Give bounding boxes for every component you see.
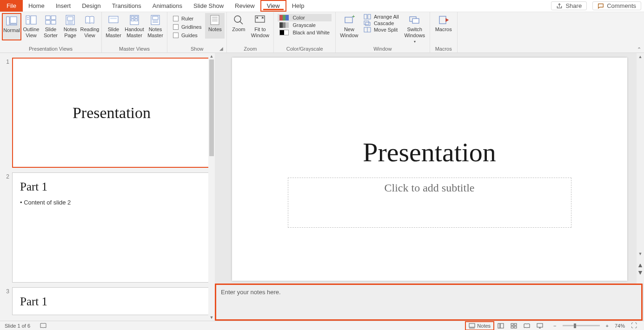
tab-slideshow[interactable]: Slide Show: [188, 0, 229, 12]
notes-master-icon: [149, 14, 161, 26]
tab-insert[interactable]: Insert: [50, 0, 77, 12]
fit-to-window-icon: [254, 14, 266, 26]
tab-help[interactable]: Help: [286, 0, 310, 12]
tab-file[interactable]: File: [0, 0, 23, 12]
slide-master-button[interactable]: Slide Master: [104, 13, 123, 39]
svg-rect-49: [511, 323, 513, 325]
notes-pane[interactable]: Enter your notes here.: [215, 284, 643, 321]
svg-line-32: [240, 21, 243, 24]
switch-windows-icon: [409, 14, 421, 26]
svg-rect-52: [514, 326, 517, 328]
editor-scrollbar[interactable]: ▲ ▼ ⯅ ⯆: [637, 53, 644, 284]
ruler-checkbox[interactable]: Ruler: [173, 16, 201, 21]
move-split-button[interactable]: Move Split: [364, 27, 399, 33]
spellcheck-status[interactable]: [35, 323, 52, 329]
svg-rect-17: [110, 18, 117, 19]
grayscale-mode-button[interactable]: Grayscale: [279, 22, 329, 28]
tab-view[interactable]: View: [260, 0, 286, 12]
slide-title-placeholder[interactable]: Presentation: [232, 137, 627, 168]
thumb-number: 2: [3, 172, 9, 283]
group-label-master-views: Master Views: [104, 46, 165, 53]
svg-rect-36: [364, 14, 367, 19]
tab-transitions[interactable]: Transitions: [106, 0, 147, 12]
svg-text:+: +: [352, 15, 355, 19]
handout-master-button[interactable]: Handout Master: [123, 13, 146, 39]
tab-review[interactable]: Review: [229, 0, 260, 12]
svg-rect-1: [10, 17, 17, 23]
zoom-out-button[interactable]: −: [550, 321, 559, 330]
svg-rect-39: [365, 22, 370, 26]
zoom-in-button[interactable]: +: [603, 321, 612, 330]
comments-button[interactable]: Comments: [592, 1, 641, 10]
grayscale-swatch-icon: [279, 22, 289, 28]
svg-rect-34: [345, 17, 352, 23]
tab-animations[interactable]: Animations: [147, 0, 188, 12]
group-label-window: Window: [338, 46, 428, 53]
slide-counter[interactable]: Slide 1 of 6: [0, 323, 35, 329]
slide-thumbnail-3[interactable]: Part 1: [12, 287, 211, 315]
normal-view-button[interactable]: Normal: [2, 13, 21, 40]
new-window-button[interactable]: + New Window: [338, 13, 361, 39]
slide-thumbnail-1[interactable]: Presentation: [12, 58, 211, 168]
color-mode-button[interactable]: Color: [278, 14, 331, 21]
guides-checkbox[interactable]: Guides: [173, 33, 201, 38]
svg-rect-21: [131, 19, 134, 21]
svg-rect-12: [67, 17, 73, 20]
svg-rect-50: [514, 323, 517, 325]
next-slide-icon[interactable]: ⯆: [638, 270, 643, 275]
svg-rect-10: [51, 20, 56, 24]
svg-rect-48: [500, 323, 504, 328]
tab-design[interactable]: Design: [76, 0, 106, 12]
prev-slide-icon[interactable]: ⯅: [638, 263, 643, 268]
slide-subtitle-placeholder[interactable]: Click to add subtitle: [288, 178, 571, 228]
collapse-ribbon-button[interactable]: ⌃: [637, 46, 641, 53]
notes-master-button[interactable]: Notes Master: [146, 13, 165, 39]
notes-page-icon: [64, 14, 76, 26]
show-dialog-launcher[interactable]: ◢: [219, 46, 225, 52]
bw-mode-button[interactable]: Black and White: [279, 30, 329, 35]
svg-rect-38: [364, 21, 369, 25]
macros-icon: [438, 14, 450, 26]
zoom-level[interactable]: 74%: [615, 323, 625, 329]
fit-to-window-button[interactable]: Fit to Window: [248, 13, 272, 39]
slide-sorter-button[interactable]: Slide Sorter: [41, 13, 60, 39]
svg-rect-27: [211, 15, 219, 25]
status-notes-button[interactable]: Notes: [465, 321, 494, 330]
bw-swatch-icon: [279, 30, 289, 35]
status-normal-view-button[interactable]: [494, 321, 507, 330]
group-label-color: Color/Grayscale: [276, 46, 333, 53]
cascade-button[interactable]: Cascade: [364, 20, 399, 26]
zoom-icon: [232, 14, 245, 26]
svg-point-31: [234, 16, 241, 22]
status-slideshow-button[interactable]: [533, 321, 546, 330]
group-label-show: Show: [169, 46, 225, 53]
slide-canvas[interactable]: Presentation Click to add subtitle: [232, 58, 627, 281]
switch-windows-button[interactable]: Switch Windows ▾: [402, 13, 428, 44]
group-label-macros: Macros: [432, 46, 455, 53]
zoom-button[interactable]: Zoom: [229, 13, 248, 39]
zoom-slider[interactable]: [563, 325, 600, 326]
handout-master-icon: [128, 14, 140, 26]
svg-rect-33: [255, 16, 265, 22]
svg-rect-51: [511, 326, 513, 328]
status-reading-view-button[interactable]: [520, 321, 533, 330]
tab-home[interactable]: Home: [23, 0, 50, 12]
notes-page-button[interactable]: Notes Page: [60, 13, 80, 39]
notes-pane-button[interactable]: Notes: [205, 13, 225, 39]
arrange-all-button[interactable]: Arrange All: [364, 14, 399, 20]
fit-slide-button[interactable]: ⛶: [628, 321, 640, 330]
reading-view-button[interactable]: Reading View: [80, 13, 100, 39]
slide-thumbnail-2[interactable]: Part 1 • Content of slide 2: [12, 172, 211, 283]
ribbon-tabs: File Home Insert Design Transitions Anim…: [0, 0, 644, 12]
notes-pane-icon: [209, 14, 221, 26]
outline-view-button[interactable]: Outline View: [21, 13, 41, 39]
svg-rect-24: [153, 16, 158, 20]
thumb-number: 1: [3, 58, 9, 168]
status-sorter-view-button[interactable]: [507, 321, 520, 330]
gridlines-checkbox[interactable]: Gridlines: [173, 24, 201, 30]
svg-rect-2: [10, 24, 17, 25]
macros-button[interactable]: Macros: [432, 13, 455, 39]
share-button[interactable]: Share: [551, 1, 587, 10]
thumbnails-scrollbar[interactable]: ▲ ▼: [208, 53, 215, 321]
svg-rect-37: [368, 14, 371, 19]
